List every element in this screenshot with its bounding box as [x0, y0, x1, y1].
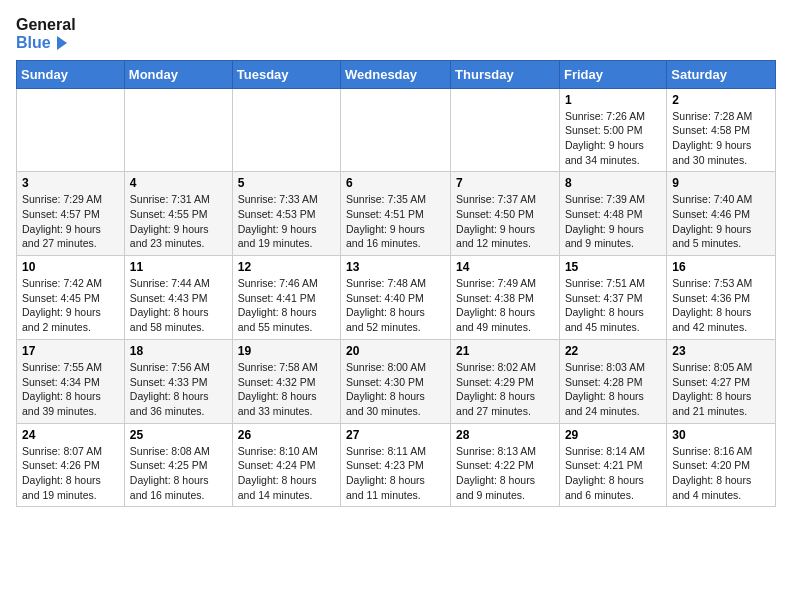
calendar-cell: 15Sunrise: 7:51 AM Sunset: 4:37 PM Dayli…	[559, 256, 666, 340]
calendar-cell	[124, 88, 232, 172]
calendar-cell: 20Sunrise: 8:00 AM Sunset: 4:30 PM Dayli…	[341, 339, 451, 423]
day-info: Sunrise: 7:53 AM Sunset: 4:36 PM Dayligh…	[672, 276, 770, 335]
day-number: 2	[672, 93, 770, 107]
day-info: Sunrise: 7:42 AM Sunset: 4:45 PM Dayligh…	[22, 276, 119, 335]
day-info: Sunrise: 7:35 AM Sunset: 4:51 PM Dayligh…	[346, 192, 445, 251]
logo: General Blue	[16, 16, 76, 52]
calendar-cell: 25Sunrise: 8:08 AM Sunset: 4:25 PM Dayli…	[124, 423, 232, 507]
day-number: 12	[238, 260, 335, 274]
day-info: Sunrise: 7:39 AM Sunset: 4:48 PM Dayligh…	[565, 192, 661, 251]
day-number: 29	[565, 428, 661, 442]
day-info: Sunrise: 8:05 AM Sunset: 4:27 PM Dayligh…	[672, 360, 770, 419]
calendar-cell: 5Sunrise: 7:33 AM Sunset: 4:53 PM Daylig…	[232, 172, 340, 256]
day-number: 23	[672, 344, 770, 358]
calendar-cell	[341, 88, 451, 172]
weekday-header-tuesday: Tuesday	[232, 60, 340, 88]
day-info: Sunrise: 8:14 AM Sunset: 4:21 PM Dayligh…	[565, 444, 661, 503]
day-number: 9	[672, 176, 770, 190]
calendar-cell: 19Sunrise: 7:58 AM Sunset: 4:32 PM Dayli…	[232, 339, 340, 423]
logo-blue: Blue	[16, 34, 76, 52]
day-info: Sunrise: 7:48 AM Sunset: 4:40 PM Dayligh…	[346, 276, 445, 335]
day-info: Sunrise: 7:55 AM Sunset: 4:34 PM Dayligh…	[22, 360, 119, 419]
day-info: Sunrise: 8:07 AM Sunset: 4:26 PM Dayligh…	[22, 444, 119, 503]
day-info: Sunrise: 7:51 AM Sunset: 4:37 PM Dayligh…	[565, 276, 661, 335]
svg-marker-0	[57, 36, 67, 50]
calendar-cell: 9Sunrise: 7:40 AM Sunset: 4:46 PM Daylig…	[667, 172, 776, 256]
day-number: 16	[672, 260, 770, 274]
week-row-1: 1Sunrise: 7:26 AM Sunset: 5:00 PM Daylig…	[17, 88, 776, 172]
day-number: 7	[456, 176, 554, 190]
calendar-cell: 11Sunrise: 7:44 AM Sunset: 4:43 PM Dayli…	[124, 256, 232, 340]
calendar-cell: 24Sunrise: 8:07 AM Sunset: 4:26 PM Dayli…	[17, 423, 125, 507]
week-row-2: 3Sunrise: 7:29 AM Sunset: 4:57 PM Daylig…	[17, 172, 776, 256]
day-number: 21	[456, 344, 554, 358]
logo-mark: General Blue	[16, 16, 76, 52]
calendar-cell: 13Sunrise: 7:48 AM Sunset: 4:40 PM Dayli…	[341, 256, 451, 340]
day-number: 26	[238, 428, 335, 442]
day-info: Sunrise: 8:02 AM Sunset: 4:29 PM Dayligh…	[456, 360, 554, 419]
logo-general: General	[16, 16, 76, 34]
weekday-header-sunday: Sunday	[17, 60, 125, 88]
day-number: 4	[130, 176, 227, 190]
day-info: Sunrise: 7:33 AM Sunset: 4:53 PM Dayligh…	[238, 192, 335, 251]
weekday-header-row: SundayMondayTuesdayWednesdayThursdayFrid…	[17, 60, 776, 88]
weekday-header-thursday: Thursday	[451, 60, 560, 88]
day-number: 22	[565, 344, 661, 358]
day-info: Sunrise: 7:56 AM Sunset: 4:33 PM Dayligh…	[130, 360, 227, 419]
calendar-cell: 28Sunrise: 8:13 AM Sunset: 4:22 PM Dayli…	[451, 423, 560, 507]
day-number: 3	[22, 176, 119, 190]
day-info: Sunrise: 7:40 AM Sunset: 4:46 PM Dayligh…	[672, 192, 770, 251]
calendar-cell: 30Sunrise: 8:16 AM Sunset: 4:20 PM Dayli…	[667, 423, 776, 507]
weekday-header-saturday: Saturday	[667, 60, 776, 88]
calendar-cell	[451, 88, 560, 172]
day-number: 28	[456, 428, 554, 442]
calendar-cell: 22Sunrise: 8:03 AM Sunset: 4:28 PM Dayli…	[559, 339, 666, 423]
day-info: Sunrise: 7:49 AM Sunset: 4:38 PM Dayligh…	[456, 276, 554, 335]
calendar-cell: 26Sunrise: 8:10 AM Sunset: 4:24 PM Dayli…	[232, 423, 340, 507]
day-number: 10	[22, 260, 119, 274]
day-info: Sunrise: 7:29 AM Sunset: 4:57 PM Dayligh…	[22, 192, 119, 251]
day-info: Sunrise: 7:58 AM Sunset: 4:32 PM Dayligh…	[238, 360, 335, 419]
calendar-cell: 1Sunrise: 7:26 AM Sunset: 5:00 PM Daylig…	[559, 88, 666, 172]
day-info: Sunrise: 8:11 AM Sunset: 4:23 PM Dayligh…	[346, 444, 445, 503]
calendar-cell: 10Sunrise: 7:42 AM Sunset: 4:45 PM Dayli…	[17, 256, 125, 340]
week-row-5: 24Sunrise: 8:07 AM Sunset: 4:26 PM Dayli…	[17, 423, 776, 507]
calendar-cell: 17Sunrise: 7:55 AM Sunset: 4:34 PM Dayli…	[17, 339, 125, 423]
calendar-cell: 7Sunrise: 7:37 AM Sunset: 4:50 PM Daylig…	[451, 172, 560, 256]
day-info: Sunrise: 8:16 AM Sunset: 4:20 PM Dayligh…	[672, 444, 770, 503]
day-number: 11	[130, 260, 227, 274]
day-info: Sunrise: 8:00 AM Sunset: 4:30 PM Dayligh…	[346, 360, 445, 419]
calendar-cell: 8Sunrise: 7:39 AM Sunset: 4:48 PM Daylig…	[559, 172, 666, 256]
day-number: 30	[672, 428, 770, 442]
calendar-cell: 12Sunrise: 7:46 AM Sunset: 4:41 PM Dayli…	[232, 256, 340, 340]
weekday-header-monday: Monday	[124, 60, 232, 88]
day-number: 19	[238, 344, 335, 358]
calendar-cell	[17, 88, 125, 172]
day-info: Sunrise: 8:13 AM Sunset: 4:22 PM Dayligh…	[456, 444, 554, 503]
calendar-cell: 6Sunrise: 7:35 AM Sunset: 4:51 PM Daylig…	[341, 172, 451, 256]
day-info: Sunrise: 8:08 AM Sunset: 4:25 PM Dayligh…	[130, 444, 227, 503]
calendar-cell	[232, 88, 340, 172]
day-info: Sunrise: 7:46 AM Sunset: 4:41 PM Dayligh…	[238, 276, 335, 335]
calendar-table: SundayMondayTuesdayWednesdayThursdayFrid…	[16, 60, 776, 508]
day-number: 6	[346, 176, 445, 190]
day-number: 24	[22, 428, 119, 442]
day-number: 8	[565, 176, 661, 190]
calendar-cell: 18Sunrise: 7:56 AM Sunset: 4:33 PM Dayli…	[124, 339, 232, 423]
day-info: Sunrise: 7:31 AM Sunset: 4:55 PM Dayligh…	[130, 192, 227, 251]
week-row-3: 10Sunrise: 7:42 AM Sunset: 4:45 PM Dayli…	[17, 256, 776, 340]
day-number: 18	[130, 344, 227, 358]
day-number: 13	[346, 260, 445, 274]
day-number: 1	[565, 93, 661, 107]
page-header: General Blue	[16, 16, 776, 52]
day-info: Sunrise: 7:37 AM Sunset: 4:50 PM Dayligh…	[456, 192, 554, 251]
day-number: 25	[130, 428, 227, 442]
weekday-header-friday: Friday	[559, 60, 666, 88]
calendar-cell: 16Sunrise: 7:53 AM Sunset: 4:36 PM Dayli…	[667, 256, 776, 340]
day-number: 20	[346, 344, 445, 358]
calendar-cell: 29Sunrise: 8:14 AM Sunset: 4:21 PM Dayli…	[559, 423, 666, 507]
logo-arrow-icon	[53, 34, 71, 52]
calendar-cell: 14Sunrise: 7:49 AM Sunset: 4:38 PM Dayli…	[451, 256, 560, 340]
day-number: 15	[565, 260, 661, 274]
calendar-cell: 4Sunrise: 7:31 AM Sunset: 4:55 PM Daylig…	[124, 172, 232, 256]
